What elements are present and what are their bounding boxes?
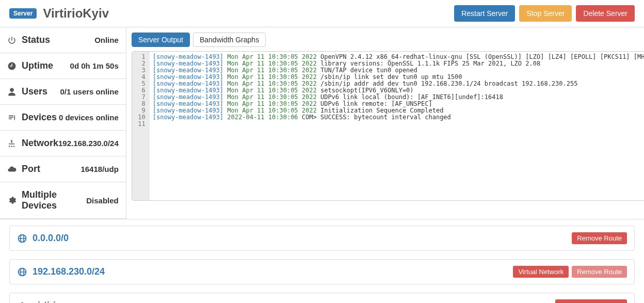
- globe-icon: [17, 233, 27, 244]
- sidebar-item-network[interactable]: Network 192.168.230.0/24: [0, 131, 126, 156]
- sidebar-item-status[interactable]: Status Online: [0, 27, 126, 53]
- restart-server-button[interactable]: Restart Server: [454, 5, 515, 22]
- sidebar-status-label: Status: [22, 35, 50, 45]
- clock-icon: [7, 61, 17, 71]
- sidebar-network-value: 192.168.230.0/24: [58, 139, 119, 148]
- sidebar-status-value: Online: [94, 36, 119, 44]
- sidebar-item-multiple-devices[interactable]: Multiple Devices Disabled: [0, 182, 126, 219]
- server-badge: Server: [9, 8, 37, 19]
- tab-server-output[interactable]: Server Output: [132, 33, 190, 47]
- cloud-icon: [7, 165, 17, 174]
- sidebar-multi-value: Disabled: [86, 196, 119, 205]
- routes-area: 0.0.0.0/0 Remove Route 192.168.230.0/24 …: [0, 219, 644, 303]
- route-title: 0.0.0.0/0: [33, 233, 69, 244]
- sidebar-users-label: Users: [22, 86, 47, 97]
- sidebar-item-uptime[interactable]: Uptime 0d 0h 1m 50s: [0, 53, 126, 79]
- sidebar-port-value: 16418/udp: [81, 165, 118, 173]
- org-icon: [17, 300, 27, 304]
- globe-icon: [17, 267, 27, 277]
- tabs: Server Output Bandwidth Graphs: [132, 33, 644, 47]
- sidebar-item-port[interactable]: Port 16418/udp: [0, 156, 126, 182]
- page-title: VirtirioKyiv: [43, 6, 454, 21]
- remove-route-button[interactable]: Remove Route: [572, 232, 627, 244]
- sidebar-users-value: 0/1 users online: [60, 87, 118, 96]
- sidebar-item-devices[interactable]: Devices 0 devices online: [0, 105, 126, 131]
- delete-server-button[interactable]: Delete Server: [576, 5, 635, 22]
- tab-bandwidth-graphs[interactable]: Bandwidth Graphs: [193, 33, 266, 47]
- server-output-console[interactable]: 1234567891011 [snowy-meadow-1493] Mon Ap…: [132, 51, 644, 201]
- user-icon: [7, 87, 17, 97]
- org-card: virtirio Detach Organization: [9, 293, 635, 303]
- sidebar-devices-label: Devices: [22, 112, 57, 123]
- remove-route-button-disabled: Remove Route: [572, 266, 627, 278]
- sidebar-multi-label: Multiple Devices: [22, 189, 86, 211]
- stop-server-button[interactable]: Stop Server: [519, 5, 572, 22]
- sidebar-devices-value: 0 devices online: [59, 113, 119, 122]
- topbar: Server VirtirioKyiv Restart Server Stop …: [0, 0, 644, 27]
- route-card-0: 0.0.0.0/0 Remove Route: [9, 226, 635, 251]
- devices-icon: [7, 113, 17, 122]
- virtual-network-button[interactable]: Virtual Network: [513, 266, 569, 278]
- console-gutter: 1234567891011: [132, 52, 150, 200]
- org-title: virtirio: [33, 300, 61, 303]
- power-icon: [7, 36, 17, 45]
- sidebar-network-label: Network: [22, 138, 58, 149]
- console-lines: [snowy-meadow-1493] Mon Apr 11 10:30:05 …: [150, 52, 644, 200]
- sidebar-item-users[interactable]: Users 0/1 users online: [0, 79, 126, 105]
- sidebar-uptime-value: 0d 0h 1m 50s: [70, 61, 119, 70]
- gear-icon: [7, 196, 17, 205]
- detach-organization-button[interactable]: Detach Organization: [555, 299, 627, 303]
- route-card-1: 192.168.230.0/24 Virtual Network Remove …: [9, 259, 635, 284]
- network-icon: [7, 139, 17, 148]
- route-title: 192.168.230.0/24: [33, 266, 105, 277]
- sidebar-port-label: Port: [22, 164, 40, 174]
- sidebar-uptime-label: Uptime: [22, 60, 53, 71]
- content: Server Output Bandwidth Graphs 123456789…: [126, 27, 644, 219]
- sidebar: Status Online Uptime 0d 0h 1m 50s Users …: [0, 27, 126, 219]
